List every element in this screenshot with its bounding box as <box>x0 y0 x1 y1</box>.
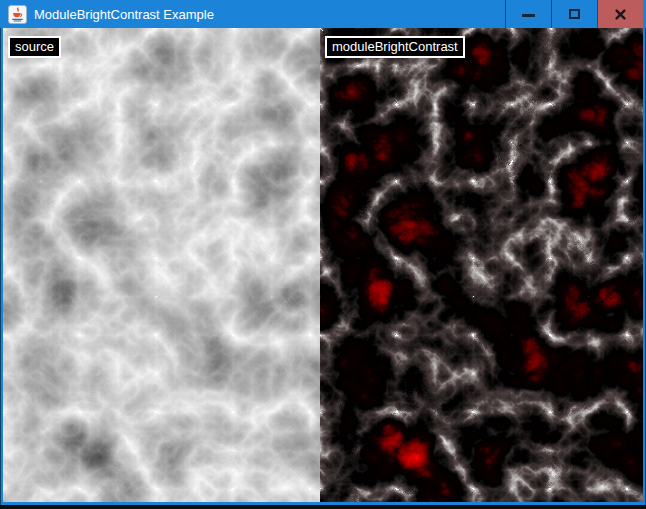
source-label: source <box>8 36 61 58</box>
minimize-icon <box>522 14 535 17</box>
maximize-icon <box>569 9 580 19</box>
window-bottom-shadow <box>0 505 646 509</box>
window-title: ModuleBrightContrast Example <box>34 7 505 22</box>
image-canvas: source moduleBrightContrast <box>3 28 643 502</box>
modulebrightcontrast-panel: moduleBrightContrast <box>320 28 643 502</box>
source-panel: source <box>3 28 320 502</box>
modulebrightcontrast-label: moduleBrightContrast <box>325 36 465 58</box>
titlebar[interactable]: ModuleBrightContrast Example <box>0 0 646 28</box>
maximize-button[interactable] <box>551 0 597 28</box>
source-image <box>3 28 320 502</box>
close-icon <box>615 9 626 20</box>
java-coffee-cup-icon <box>8 5 27 24</box>
window-controls <box>505 0 643 28</box>
close-button[interactable] <box>597 0 643 28</box>
modulebrightcontrast-image <box>320 28 643 502</box>
minimize-button[interactable] <box>505 0 551 28</box>
app-window: ModuleBrightContrast Example <box>0 0 646 509</box>
